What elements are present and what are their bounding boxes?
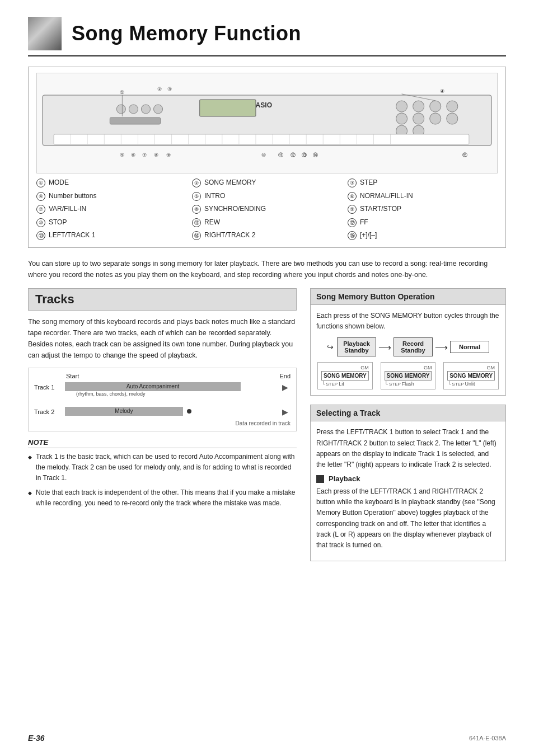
note-item-1: Track 1 is the basic track, which can be… <box>28 452 297 484</box>
legend-item-4: ④ Number buttons <box>36 190 186 203</box>
playback-text: Each press of the LEFT/TRACK 1 and RIGHT… <box>316 486 500 551</box>
legend-item-12: ⑫ FF <box>348 217 498 229</box>
left-column: Tracks The song memory of this keyboard … <box>28 288 297 570</box>
svg-point-11 <box>413 101 424 112</box>
sm-indicator-3: GM SONG MEMORY └STEPUnlit <box>443 362 499 389</box>
legend-item-10: ⑩ STOP <box>36 217 186 229</box>
svg-text:⑪: ⑪ <box>278 152 283 158</box>
cycle-box-2: Record Standby <box>394 337 433 356</box>
selecting-track-heading: Selecting a Track <box>311 405 505 421</box>
track2-arrow: ▶ <box>279 407 291 416</box>
svg-rect-2 <box>200 100 256 116</box>
legend-item-9: ⑨ START/STOP <box>348 203 498 215</box>
note-item-2: Note that each track is independent of t… <box>28 487 297 509</box>
keyboard-diagram: CASIO <box>36 73 498 173</box>
track-diagram: Start End Track 1 Auto Accompaniment (rh… <box>28 368 297 431</box>
svg-text:③: ③ <box>167 86 172 92</box>
page-header: Song Memory Function <box>28 17 506 57</box>
svg-text:⑨: ⑨ <box>166 152 171 158</box>
track-diagram-header: Start End <box>34 373 291 379</box>
track2-label: Track 2 <box>34 408 65 415</box>
legend-item-11: ⑪ REW <box>192 217 342 229</box>
page: Song Memory Function CASIO <box>0 0 534 756</box>
cycle-box-3: Normal <box>450 341 489 353</box>
page-footer: E-36 641A-E-038A <box>28 734 506 743</box>
svg-point-16 <box>447 101 458 112</box>
sm-indicators: GM SONG MEMORY └STEPLit GM SONG MEMORY └… <box>316 362 500 389</box>
svg-text:⑭: ⑭ <box>313 152 318 158</box>
track1-row: Track 1 Auto Accompaniment (rhythm, bass… <box>34 381 291 393</box>
track1-bar: Auto Accompaniment (rhythm, bass, chords… <box>65 381 279 393</box>
right-column: Song Memory Button Operation Each press … <box>310 288 506 570</box>
legend-grid: ① MODE ② SONG MEMORY ③ STEP ④ Number but… <box>36 177 498 242</box>
keyboard-diagram-box: CASIO <box>28 67 506 248</box>
svg-text:⑮: ⑮ <box>462 152 467 158</box>
cycle-box-1: Playback Standby <box>337 337 376 356</box>
svg-rect-7 <box>110 118 160 124</box>
svg-point-8 <box>396 101 407 112</box>
selecting-track-section: Selecting a Track Press the LEFT/TRACK 1… <box>310 405 506 561</box>
note-title: NOTE <box>28 438 297 448</box>
selecting-track-description: Press the LEFT/TRACK 1 button to select … <box>316 427 500 470</box>
svg-point-6 <box>154 105 163 114</box>
end-label: End <box>279 373 291 379</box>
legend-item-5: ⑤ INTRO <box>192 190 342 203</box>
track2-bar: Melody <box>65 406 279 418</box>
cycle-diagram: ↪ Playback Standby ⟶ Record Standby ⟶ No… <box>316 337 500 356</box>
track2-row: Track 2 Melody ▶ <box>34 406 291 418</box>
footer-page-number: E-36 <box>28 734 45 743</box>
song-memory-content: Each press of the SONG MEMORY button cyc… <box>311 305 505 395</box>
legend-item-3: ③ STEP <box>348 177 498 189</box>
legend-item-14: ⑭ RIGHT/TRACK 2 <box>192 229 342 242</box>
svg-rect-18 <box>54 134 469 144</box>
song-memory-section: Song Memory Button Operation Each press … <box>310 288 506 396</box>
svg-text:④: ④ <box>440 88 444 94</box>
svg-point-15 <box>430 113 441 124</box>
legend-item-1: ① MODE <box>36 177 186 189</box>
tracks-heading: Tracks <box>28 288 297 311</box>
playback-header: Playback <box>316 475 500 483</box>
start-label: Start <box>65 373 279 379</box>
svg-text:①: ① <box>120 90 124 95</box>
svg-text:⑥: ⑥ <box>131 152 135 158</box>
playback-title: Playback <box>329 475 360 483</box>
page-title: Song Memory Function <box>72 22 301 45</box>
svg-text:⑧: ⑧ <box>154 152 158 158</box>
chapter-icon <box>28 17 62 50</box>
svg-text:⑦: ⑦ <box>142 152 147 158</box>
svg-text:⑩: ⑩ <box>261 152 266 158</box>
track1-arrow: ▶ <box>279 383 291 392</box>
legend-item-8: ⑧ SYNCHRO/ENDING <box>192 203 342 215</box>
svg-point-4 <box>129 105 138 114</box>
intro-text: You can store up to two separate songs i… <box>28 258 506 280</box>
song-memory-description: Each press of the SONG MEMORY button cyc… <box>316 311 500 332</box>
two-column-layout: Tracks The song memory of this keyboard … <box>28 288 506 570</box>
legend-item-15: ⑮ [+]/[–] <box>348 229 498 242</box>
svg-text:②: ② <box>157 86 162 92</box>
tracks-description: The song memory of this keyboard records… <box>28 316 297 361</box>
legend-item-6: ⑥ NORMAL/FILL-IN <box>348 190 498 203</box>
svg-point-14 <box>430 101 441 112</box>
selecting-track-content: Press the LEFT/TRACK 1 button to select … <box>311 421 505 561</box>
svg-text:⑫: ⑫ <box>291 152 296 158</box>
note-list: Track 1 is the basic track, which can be… <box>28 452 297 509</box>
sm-indicator-2: GM SONG MEMORY └STEPFlash <box>381 362 436 389</box>
svg-text:⑬: ⑬ <box>302 152 307 158</box>
track-diagram-footer: Data recorded in track <box>34 420 291 426</box>
sm-indicator-1: GM SONG MEMORY └STEPLit <box>317 362 373 389</box>
note-section: NOTE Track 1 is the basic track, which c… <box>28 438 297 509</box>
svg-point-3 <box>116 105 125 114</box>
svg-point-17 <box>447 113 458 124</box>
svg-point-9 <box>396 113 407 124</box>
legend-item-13: ⑬ LEFT/TRACK 1 <box>36 229 186 242</box>
svg-text:⑤: ⑤ <box>120 152 124 158</box>
legend-item-2: ② SONG MEMORY <box>192 177 342 189</box>
svg-point-5 <box>141 105 150 114</box>
song-memory-heading: Song Memory Button Operation <box>311 289 505 305</box>
track1-label: Track 1 <box>34 384 65 391</box>
legend-item-7: ⑦ VAR/FILL-IN <box>36 203 186 215</box>
svg-point-12 <box>413 113 424 124</box>
playback-icon <box>316 475 324 483</box>
footer-code: 641A-E-038A <box>469 735 506 741</box>
